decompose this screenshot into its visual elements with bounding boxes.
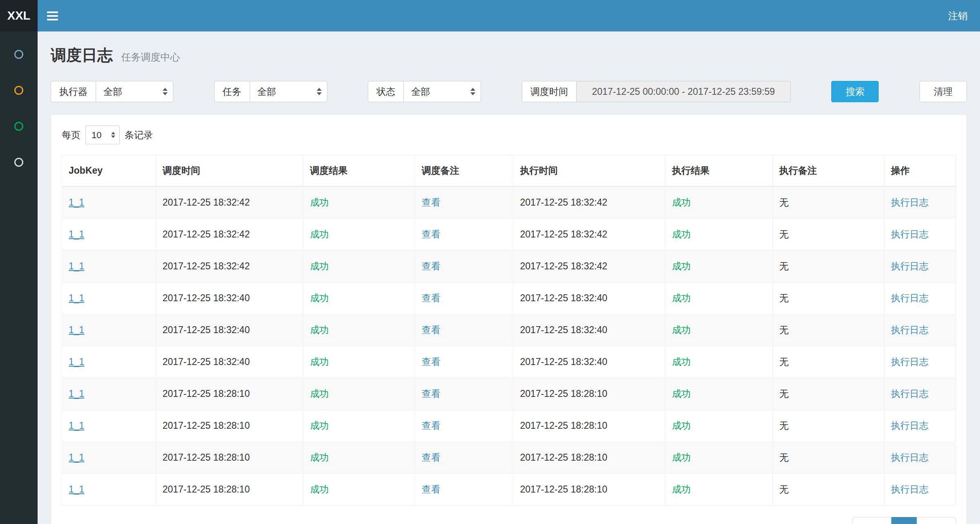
exec-log-link[interactable]: 执行日志 xyxy=(891,452,929,463)
page-size-select[interactable]: 10 xyxy=(85,125,120,144)
col-header-action: 操作 xyxy=(884,155,956,187)
handle-msg-cell: 无 xyxy=(772,410,884,442)
next-page-button[interactable]: 下页 xyxy=(917,517,956,524)
current-page-button[interactable]: 1 xyxy=(891,517,917,524)
handle-msg-cell: 无 xyxy=(772,251,884,282)
executor-select-wrap: 全部 xyxy=(96,81,173,102)
sidebar-toggle-button[interactable] xyxy=(38,0,67,31)
trigger-msg-link[interactable]: 查看 xyxy=(422,420,441,431)
col-header-trigger-result: 调度结果 xyxy=(303,155,415,187)
table-row: 1_1 2017-12-25 18:32:42 成功 查看 2017-12-25… xyxy=(62,251,956,282)
handle-time-cell: 2017-12-25 18:32:40 xyxy=(513,314,665,346)
trigger-msg-link[interactable]: 查看 xyxy=(422,261,441,271)
handle-result-badge: 成功 xyxy=(672,356,691,367)
page-wrapper: 调度日志 任务调度中心 执行器 全部 任务 全部 xyxy=(0,31,980,524)
trigger-msg-link[interactable]: 查看 xyxy=(422,484,441,495)
executor-filter-group: 执行器 全部 xyxy=(51,81,173,102)
handle-result-badge: 成功 xyxy=(672,420,691,431)
trigger-time-cell: 2017-12-25 18:28:10 xyxy=(156,410,303,442)
handle-msg-cell: 无 xyxy=(772,378,884,410)
exec-log-link[interactable]: 执行日志 xyxy=(891,293,929,303)
trigger-msg-link[interactable]: 查看 xyxy=(422,229,441,240)
jobkey-link[interactable]: 1_1 xyxy=(69,261,84,271)
pagination-info: 第 1 页 ( 总共 1 页， 10 条记录 ) xyxy=(62,522,197,524)
page-size-suffix-label: 条记录 xyxy=(125,129,153,141)
circle-outline-icon xyxy=(14,122,23,131)
exec-log-link[interactable]: 执行日志 xyxy=(891,197,929,208)
trigger-msg-link[interactable]: 查看 xyxy=(422,197,441,208)
handle-time-cell: 2017-12-25 18:28:10 xyxy=(513,378,665,410)
exec-log-link[interactable]: 执行日志 xyxy=(891,484,929,495)
app-logo[interactable]: XXL xyxy=(0,0,38,31)
status-select[interactable]: 全部 xyxy=(403,81,481,102)
jobkey-link[interactable]: 1_1 xyxy=(69,452,84,463)
clear-button[interactable]: 清理 xyxy=(920,81,967,102)
jobkey-link[interactable]: 1_1 xyxy=(69,484,84,495)
page-size-prefix-label: 每页 xyxy=(62,129,81,141)
table-row: 1_1 2017-12-25 18:32:42 成功 查看 2017-12-25… xyxy=(62,219,956,251)
jobkey-link[interactable]: 1_1 xyxy=(69,325,84,335)
status-filter-label: 状态 xyxy=(368,81,403,102)
sidebar xyxy=(0,31,38,524)
handle-msg-cell: 无 xyxy=(772,346,884,378)
handle-result-badge: 成功 xyxy=(672,325,691,335)
job-filter-label: 任务 xyxy=(214,81,250,102)
trigger-msg-link[interactable]: 查看 xyxy=(422,325,441,335)
jobkey-link[interactable]: 1_1 xyxy=(69,388,84,399)
handle-result-badge: 成功 xyxy=(672,484,691,495)
trigger-time-range-input[interactable] xyxy=(576,81,791,102)
log-panel: 每页 10 条记录 JobKey 调度时间 xyxy=(51,114,967,524)
trigger-msg-link[interactable]: 查看 xyxy=(422,356,441,367)
job-log-table: JobKey 调度时间 调度结果 调度备注 执行时间 执行结果 执行备注 操作 … xyxy=(62,155,956,506)
handle-time-cell: 2017-12-25 18:32:42 xyxy=(513,219,665,251)
trigger-time-filter-group: 调度时间 xyxy=(522,81,791,102)
trigger-result-badge: 成功 xyxy=(310,420,329,431)
trigger-result-badge: 成功 xyxy=(310,484,329,495)
trigger-result-badge: 成功 xyxy=(310,325,329,335)
prev-page-button[interactable]: 上页 xyxy=(852,517,892,524)
search-button[interactable]: 搜索 xyxy=(831,81,879,102)
trigger-msg-link[interactable]: 查看 xyxy=(422,293,441,303)
sidebar-item-4[interactable] xyxy=(0,144,38,180)
handle-time-cell: 2017-12-25 18:32:40 xyxy=(513,346,665,378)
handle-msg-cell: 无 xyxy=(772,314,884,346)
handle-time-cell: 2017-12-25 18:28:10 xyxy=(513,410,665,442)
executor-select[interactable]: 全部 xyxy=(96,81,173,102)
jobkey-link[interactable]: 1_1 xyxy=(69,229,84,240)
handle-result-badge: 成功 xyxy=(672,388,691,399)
handle-result-badge: 成功 xyxy=(672,229,691,240)
sidebar-item-2[interactable] xyxy=(0,72,38,108)
exec-log-link[interactable]: 执行日志 xyxy=(891,420,929,431)
main-content: 调度日志 任务调度中心 执行器 全部 任务 全部 xyxy=(38,31,980,524)
page-title: 调度日志 xyxy=(51,47,113,64)
col-header-handle-msg: 执行备注 xyxy=(772,155,884,187)
exec-log-link[interactable]: 执行日志 xyxy=(891,229,929,240)
sidebar-item-3[interactable] xyxy=(0,108,38,144)
jobkey-link[interactable]: 1_1 xyxy=(69,356,84,367)
trigger-msg-link[interactable]: 查看 xyxy=(422,388,441,399)
logout-link[interactable]: 注销 xyxy=(936,0,980,31)
page-size-control: 每页 10 条记录 xyxy=(62,125,956,144)
filter-bar: 执行器 全部 任务 全部 状态 xyxy=(51,81,967,102)
table-row: 1_1 2017-12-25 18:28:10 成功 查看 2017-12-25… xyxy=(62,474,956,506)
exec-log-link[interactable]: 执行日志 xyxy=(891,261,929,271)
exec-log-link[interactable]: 执行日志 xyxy=(891,356,929,367)
menu-icon xyxy=(47,19,58,20)
handle-msg-cell: 无 xyxy=(772,442,884,474)
jobkey-link[interactable]: 1_1 xyxy=(69,420,84,431)
trigger-result-badge: 成功 xyxy=(310,229,329,240)
exec-log-link[interactable]: 执行日志 xyxy=(891,388,929,399)
jobkey-link[interactable]: 1_1 xyxy=(69,293,84,303)
job-select[interactable]: 全部 xyxy=(250,81,327,102)
handle-result-badge: 成功 xyxy=(672,293,691,303)
exec-log-link[interactable]: 执行日志 xyxy=(891,325,929,335)
col-header-handle-result: 执行结果 xyxy=(665,155,772,187)
circle-outline-icon xyxy=(14,50,23,59)
handle-result-badge: 成功 xyxy=(672,197,691,208)
trigger-msg-link[interactable]: 查看 xyxy=(422,452,441,463)
top-navbar: XXL 注销 xyxy=(0,0,980,31)
jobkey-link[interactable]: 1_1 xyxy=(69,197,84,208)
executor-filter-label: 执行器 xyxy=(51,81,96,102)
sidebar-item-1[interactable] xyxy=(0,36,38,72)
navbar-spacer xyxy=(67,0,936,31)
